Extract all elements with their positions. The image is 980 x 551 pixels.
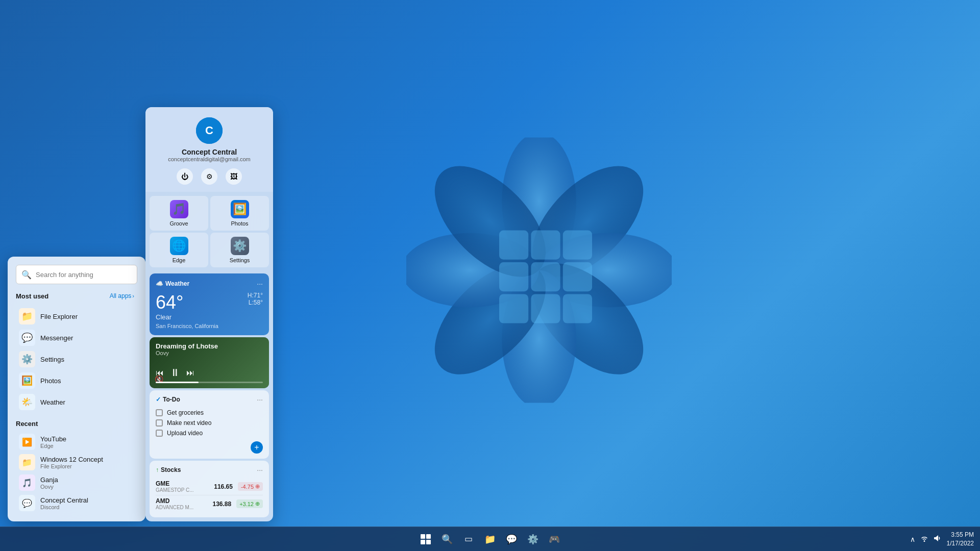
weather-temp: 64° [156,292,183,313]
stock-amd-info: AMD ADVANCED M... [156,497,207,510]
app-item-messenger[interactable]: 💬 Messenger [16,327,137,348]
edge-icon: 🌐 [170,237,188,255]
stock-gme-change-val: -4.75 [241,484,254,490]
settings-taskbar-button[interactable]: ⚙️ [524,530,542,548]
groove-icon: 🎵 [170,200,188,218]
recent-app-sub: Discord [40,504,88,510]
recent-item-win12[interactable]: 📁 Windows 12 Concept File Explorer [16,452,137,472]
stock-gme-arrow: ⊕ [255,483,260,490]
svg-rect-11 [499,262,528,291]
stocks-widget: ↑ Stocks ··· GME GAMESTOP C... 116.65 -4… [150,461,269,517]
app-name: Settings [40,356,64,363]
todo-checkbox-1[interactable] [156,409,163,416]
music-progress-fill [156,382,199,383]
weather-location: San Francisco, California [156,323,263,329]
grid-app-settings[interactable]: ⚙️ Settings [210,233,269,267]
app-item-weather[interactable]: 🌤️ Weather [16,391,137,413]
prev-button[interactable]: ⏮ [156,368,164,378]
todo-widget: ✓ To-Do ··· Get groceries Make next vide… [150,390,269,459]
app-item-photos[interactable]: 🖼️ Photos [16,370,137,391]
stock-gme-change: -4.75 ⊕ [238,482,263,491]
weather-menu-button[interactable]: ··· [257,280,263,288]
app-name: Weather [40,398,65,406]
stock-amd-name: ADVANCED M... [156,505,207,510]
all-apps-button[interactable]: All apps › [107,291,137,300]
user-email: conceptcentraldigital@gmail.com [168,156,251,162]
search-input[interactable] [36,271,132,279]
tablet-mode-button[interactable]: ▭ [459,530,478,548]
stock-amd-ticker: AMD [156,497,207,505]
stock-item-gme[interactable]: GME GAMESTOP C... 116.65 -4.75 ⊕ [156,478,263,495]
photos-icon: 🖼️ [19,372,35,389]
app-item-file-explorer[interactable]: 📁 File Explorer [16,306,137,327]
recent-app-name: Ganja [40,476,58,484]
file-explorer-icon: 📁 [19,308,35,324]
grid-app-photos[interactable]: 🖼️ Photos [210,196,269,231]
tablet-icon: ▭ [464,534,473,544]
music-progress-bar[interactable] [156,382,263,383]
recent-label: Recent [16,420,137,428]
start-button[interactable] [416,530,435,548]
desktop: 🔍 Most used All apps › 📁 File Explorer 💬… [0,0,980,551]
user-avatar: C [196,117,223,144]
wifi-icon[interactable] [920,534,928,544]
weather-icon-small: ☁️ [156,280,163,287]
music-artist: Oovy [156,350,263,356]
grid-app-groove[interactable]: 🎵 Groove [150,196,208,231]
power-button[interactable]: ⏻ [177,168,193,185]
win12-icon: 📁 [19,454,35,470]
xbox-taskbar-button[interactable]: 🎮 [545,530,564,548]
svg-rect-10 [563,231,592,260]
taskbar-search-button[interactable]: 🔍 [438,530,456,548]
music-controls: ⏮ ⏸ ⏭ [156,367,263,379]
recent-info: YouTube Edge [40,435,66,449]
todo-text-2: Make next video [167,419,211,427]
clock-time: 3:55 PM [947,531,974,539]
todo-header: ✓ To-Do ··· [156,395,263,404]
svg-rect-21 [421,540,425,544]
stock-amd-change-val: +3.12 [239,501,254,507]
messenger-icon: 💬 [19,330,35,346]
stocks-menu-button[interactable]: ··· [257,466,263,474]
chevron-up-icon[interactable]: ∧ [910,535,915,543]
stocks-title: ↑ Stocks [156,466,181,473]
stock-gme-info: GME GAMESTOP C... [156,480,209,493]
todo-checkbox-2[interactable] [156,419,163,427]
stock-gme-ticker: GME [156,480,209,487]
app-item-settings[interactable]: ⚙️ Settings [16,348,137,370]
volume-icon[interactable] [934,534,942,544]
recent-item-concept-central[interactable]: 💬 Concept Central Discord [16,493,137,513]
weather-left: 64° Clear [156,292,183,321]
recent-item-youtube[interactable]: ▶️ YouTube Edge [16,432,137,452]
chat-taskbar-button[interactable]: 💬 [502,530,521,548]
user-profile: C Concept Central conceptcentraldigital@… [145,107,273,192]
stock-gme-price: 116.65 [214,483,233,490]
recent-info: Concept Central Discord [40,496,88,510]
recent-item-ganja[interactable]: 🎵 Ganja Oovy [16,472,137,493]
weather-high: H:71° [248,292,263,299]
file-explorer-taskbar-button[interactable]: 📁 [481,530,499,548]
search-bar[interactable]: 🔍 [16,265,137,284]
settings-button[interactable]: ⚙ [201,168,217,185]
taskbar-search-icon: 🔍 [442,534,453,545]
weather-right: H:71° L:58° [248,292,263,306]
xbox-taskbar-icon: 🎮 [549,534,560,545]
todo-menu-button[interactable]: ··· [257,395,263,404]
stocks-arrow-icon: ↑ [156,466,159,473]
stock-item-amd[interactable]: AMD ADVANCED M... 136.88 +3.12 ⊕ [156,495,263,512]
svg-rect-14 [499,294,528,323]
gallery-button[interactable]: 🖼 [226,168,242,185]
play-pause-button[interactable]: ⏸ [170,367,180,379]
grid-app-photos-label: Photos [231,220,248,227]
settings-taskbar-icon: ⚙️ [527,534,538,545]
stock-gme-name: GAMESTOP C... [156,487,209,493]
next-button[interactable]: ⏭ [186,368,194,378]
todo-checkbox-3[interactable] [156,430,163,437]
grid-app-settings-label: Settings [230,257,250,263]
app-name: File Explorer [40,313,78,320]
todo-add-button[interactable]: + [251,441,263,454]
system-clock[interactable]: 3:55 PM 1/17/2022 [947,531,974,548]
grid-app-edge[interactable]: 🌐 Edge [150,233,208,267]
todo-text-1: Get groceries [167,409,204,416]
weather-title-bar: ☁️ Weather ··· [156,280,263,288]
